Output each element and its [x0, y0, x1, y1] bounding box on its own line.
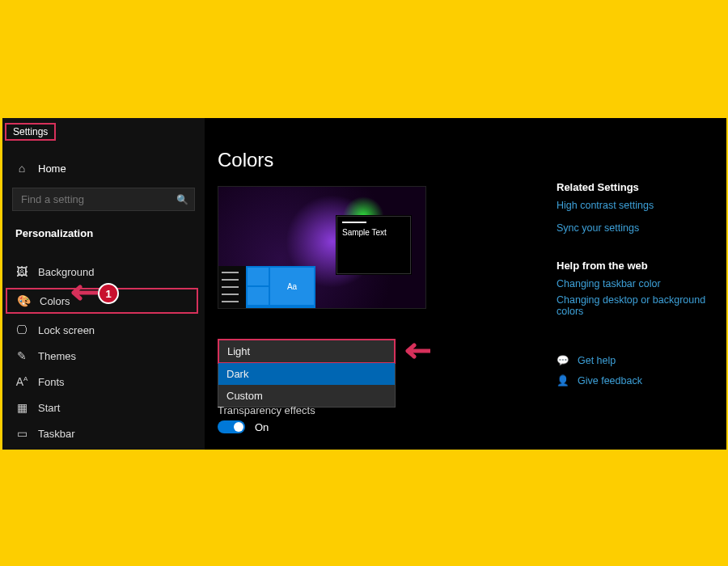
link-high-contrast[interactable]: High contrast settings: [557, 200, 717, 211]
sidebar-item-label: Lock screen: [38, 324, 95, 336]
right-panel: Related Settings High contrast settings …: [557, 118, 726, 450]
link-desktop-colors[interactable]: Changing desktop or background colors: [557, 294, 717, 317]
transparency-label: Transparency effects: [218, 404, 315, 416]
callout-arrow-icon: [403, 343, 430, 361]
help-heading: Help from the web: [557, 260, 717, 272]
dropdown-option-custom[interactable]: Custom: [218, 385, 395, 407]
sidebar: Settings ⌂ Home 🔍 Personalization 🖼 Back…: [2, 118, 205, 450]
help-icon: 💬: [557, 354, 569, 366]
give-feedback-label: Give feedback: [578, 375, 642, 386]
font-icon: AA: [15, 375, 28, 388]
app-title: Settings: [5, 123, 56, 141]
sidebar-item-start[interactable]: ▦ Start: [2, 395, 205, 420]
give-feedback-link[interactable]: 👤 Give feedback: [557, 374, 717, 386]
get-help-link[interactable]: 💬 Get help: [557, 354, 717, 366]
dropdown-option-light[interactable]: Light: [218, 339, 396, 364]
theme-preview: Sample Text Aa: [218, 186, 426, 309]
sidebar-home-label: Home: [38, 163, 66, 175]
dropdown-option-dark[interactable]: Dark: [218, 363, 395, 385]
taskbar-icon: ▭: [15, 427, 28, 440]
sample-text: Sample Text: [342, 228, 405, 237]
settings-window: ─ ☐ ✕ Settings ⌂ Home 🔍 Personalization …: [2, 118, 726, 450]
callout-arrow-icon: [66, 284, 98, 302]
sidebar-item-fonts[interactable]: AA Fonts: [2, 369, 205, 395]
page-title: Colors: [218, 149, 544, 171]
related-settings-heading: Related Settings: [557, 181, 717, 193]
picture-icon: 🖼: [15, 265, 28, 278]
sidebar-home[interactable]: ⌂ Home: [2, 157, 205, 180]
sidebar-item-label: Background: [38, 266, 94, 278]
sidebar-item-label: Taskbar: [38, 428, 75, 440]
main-area: Colors Sample Text Aa: [205, 118, 726, 450]
taskbar-preview: Aa: [218, 266, 315, 308]
sample-bar: [342, 222, 366, 223]
callout-number-badge: 1: [98, 283, 119, 304]
get-help-label: Get help: [578, 355, 616, 366]
tile-grid: Aa: [246, 266, 315, 308]
sidebar-item-themes[interactable]: ✎ Themes: [2, 343, 205, 369]
sidebar-item-label: Themes: [38, 350, 76, 362]
search-input[interactable]: [12, 188, 195, 211]
feedback-icon: 👤: [557, 374, 569, 386]
brush-icon: ✎: [15, 349, 28, 362]
home-icon: ⌂: [15, 162, 28, 175]
sidebar-item-label: Start: [38, 402, 60, 414]
monitor-icon: 🖵: [15, 323, 28, 336]
sidebar-item-label: Fonts: [38, 376, 65, 388]
link-sync-settings[interactable]: Sync your settings: [557, 222, 717, 234]
toggle-knob: [234, 422, 243, 432]
palette-icon: 🎨: [17, 294, 30, 307]
transparency-toggle[interactable]: [218, 420, 245, 433]
sample-window: Sample Text: [336, 216, 411, 274]
transparency-toggle-row: On: [218, 420, 269, 433]
transparency-state: On: [255, 421, 269, 433]
category-label: Personalization: [2, 219, 205, 244]
sidebar-item-background[interactable]: 🖼 Background: [2, 259, 205, 285]
start-left-rail: [218, 266, 246, 308]
search-container: 🔍: [12, 188, 195, 211]
start-panel: Aa: [218, 266, 315, 308]
link-taskbar-color[interactable]: Changing taskbar color: [557, 278, 717, 289]
sidebar-item-lock-screen[interactable]: 🖵 Lock screen: [2, 317, 205, 343]
tile-aa: Aa: [270, 268, 314, 305]
grid-icon: ▦: [15, 401, 28, 414]
search-icon: 🔍: [176, 194, 188, 205]
content: Colors Sample Text Aa: [205, 118, 557, 450]
sidebar-item-taskbar[interactable]: ▭ Taskbar: [2, 420, 205, 446]
color-mode-dropdown[interactable]: Light Dark Custom: [218, 339, 396, 408]
